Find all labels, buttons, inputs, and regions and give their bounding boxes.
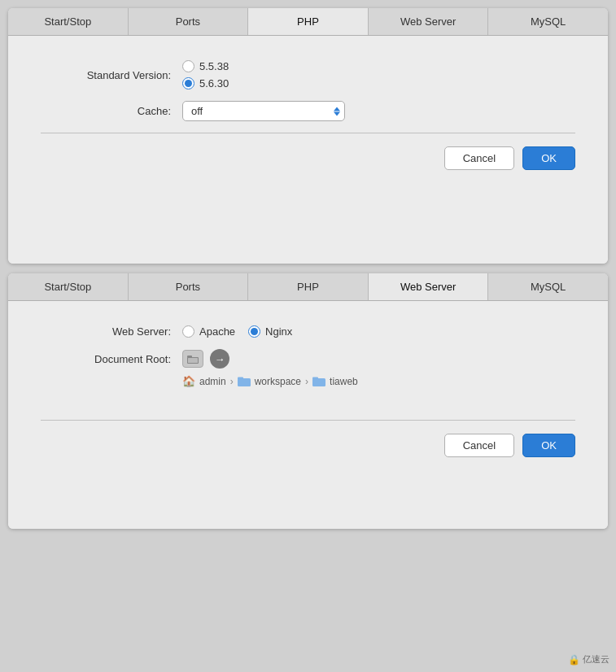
webserver-panel-body: Web Server: Apache Nginx Document Root:	[8, 301, 608, 529]
webserver-radio-group: Apache Nginx	[182, 325, 292, 338]
cancel-button-1[interactable]: Cancel	[444, 146, 514, 170]
version-options: 5.5.38 5.6.30	[182, 60, 229, 89]
svg-rect-6	[312, 377, 318, 380]
watermark-icon: 🔒	[568, 654, 580, 665]
version-radio-2[interactable]: 5.6.30	[182, 77, 229, 89]
standard-version-label: Standard Version:	[41, 69, 171, 81]
php-panel-body: Standard Version: 5.5.38 5.6.30 Cache: o…	[8, 36, 608, 264]
cache-select[interactable]: off on apc xcache	[182, 101, 345, 121]
breadcrumb-workspace: workspace	[255, 376, 301, 387]
tab-webserver-1[interactable]: Web Server	[369, 8, 489, 35]
browse-folder-button[interactable]	[182, 350, 203, 368]
php-button-row: Cancel OK	[41, 146, 575, 178]
tab-webserver-2[interactable]: Web Server	[369, 273, 489, 300]
cache-row: Cache: off on apc xcache	[41, 101, 575, 121]
radio-5538[interactable]	[182, 60, 194, 72]
doc-root-label: Document Root:	[41, 353, 171, 365]
ok-button-2[interactable]: OK	[522, 434, 575, 457]
breadcrumb-admin: admin	[199, 376, 226, 387]
cache-label: Cache:	[41, 105, 171, 117]
version-label-2: 5.6.30	[199, 77, 229, 89]
tab-ports-1[interactable]: Ports	[129, 8, 249, 35]
webserver-button-row: Cancel OK	[41, 434, 575, 465]
svg-rect-4	[238, 377, 243, 380]
radio-apache[interactable]	[182, 325, 194, 338]
breadcrumb-sep-1: ›	[230, 376, 234, 387]
svg-rect-2	[188, 358, 198, 363]
ok-button-1[interactable]: OK	[522, 146, 575, 170]
apache-label: Apache	[199, 325, 235, 338]
cache-select-wrapper[interactable]: off on apc xcache	[182, 101, 345, 121]
apache-radio-row[interactable]: Apache	[182, 325, 235, 338]
tab-mysql-1[interactable]: MySQL	[488, 8, 608, 35]
breadcrumb-tiaweb: tiaweb	[330, 376, 358, 387]
doc-root-row: Document Root:	[41, 349, 575, 369]
breadcrumb-sep-2: ›	[305, 376, 308, 387]
php-tab-bar: Start/Stop Ports PHP Web Server MySQL	[8, 8, 608, 36]
webserver-tab-bar: Start/Stop Ports PHP Web Server MySQL	[8, 273, 608, 301]
folder-workspace-icon	[238, 376, 251, 386]
folder-browse-icon	[187, 355, 199, 364]
home-icon: 🏠	[182, 375, 195, 387]
navigate-arrow-button[interactable]	[210, 349, 229, 369]
folder-tiaweb-icon	[312, 376, 325, 386]
tab-start-stop-1[interactable]: Start/Stop	[8, 8, 129, 35]
watermark: 🔒 亿速云	[568, 653, 609, 665]
cancel-button-2[interactable]: Cancel	[444, 434, 514, 457]
divider-2	[41, 420, 575, 421]
doc-root-icons	[182, 349, 229, 369]
radio-nginx[interactable]	[248, 325, 260, 338]
nginx-label: Nginx	[265, 325, 292, 338]
tab-mysql-2[interactable]: MySQL	[488, 273, 608, 300]
standard-version-row: Standard Version: 5.5.38 5.6.30	[41, 60, 575, 89]
breadcrumb: 🏠 admin › workspace › tiaweb	[182, 375, 575, 387]
version-radio-1[interactable]: 5.5.38	[182, 60, 229, 72]
nginx-radio-row[interactable]: Nginx	[248, 325, 292, 338]
watermark-text: 亿速云	[583, 653, 609, 665]
tab-start-stop-2[interactable]: Start/Stop	[8, 273, 129, 300]
tab-php-2[interactable]: PHP	[248, 273, 369, 300]
php-panel: Start/Stop Ports PHP Web Server MySQL St…	[8, 8, 608, 264]
webserver-panel: Start/Stop Ports PHP Web Server MySQL We…	[8, 273, 608, 529]
svg-rect-1	[187, 356, 192, 358]
radio-5630[interactable]	[182, 77, 194, 89]
tab-php-1[interactable]: PHP	[248, 8, 369, 35]
divider-1	[41, 133, 575, 133]
tab-ports-2[interactable]: Ports	[129, 273, 249, 300]
webserver-label: Web Server:	[41, 325, 171, 338]
webserver-row: Web Server: Apache Nginx	[41, 325, 575, 338]
version-label-1: 5.5.38	[199, 60, 229, 72]
